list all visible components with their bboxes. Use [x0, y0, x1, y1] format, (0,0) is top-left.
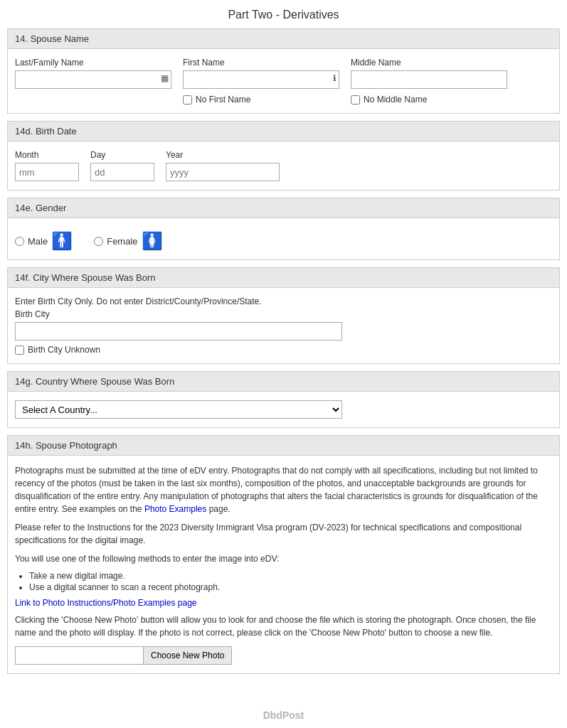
- no-middle-name-label: No Middle Name: [364, 95, 427, 105]
- no-middle-name-row: No Middle Name: [351, 95, 507, 105]
- gender-female-label: Female: [107, 236, 137, 247]
- birth-year-label: Year: [166, 150, 280, 160]
- page-title: Part Two - Derivatives: [0, 0, 567, 28]
- birth-month-label: Month: [15, 150, 79, 160]
- birth-city-unknown-row: Birth City Unknown: [15, 345, 552, 355]
- section-header-birth-country: 14g. Country Where Spouse Was Born: [8, 372, 559, 392]
- last-name-group: Last/Family Name ▦: [15, 58, 171, 105]
- birth-month-input[interactable]: [15, 163, 79, 181]
- birth-day-label: Day: [90, 150, 154, 160]
- gender-female-radio[interactable]: [94, 237, 103, 246]
- birth-city-unknown-label: Birth City Unknown: [28, 345, 100, 355]
- section-header-gender: 14e. Gender: [8, 198, 559, 218]
- no-first-name-checkbox[interactable]: [183, 95, 192, 105]
- photo-examples-link[interactable]: Photo Examples: [144, 504, 206, 514]
- middle-name-group: Middle Name No Middle Name: [351, 58, 507, 105]
- last-name-input[interactable]: [15, 70, 171, 89]
- last-name-label: Last/Family Name: [15, 58, 171, 68]
- section-spouse-name: 14. Spouse Name Last/Family Name ▦ First…: [7, 28, 560, 114]
- photo-para2: Please refer to the Instructions for the…: [15, 521, 552, 547]
- birth-city-label: Birth City: [15, 309, 552, 319]
- choose-new-photo-button[interactable]: Choose New Photo: [143, 646, 232, 665]
- gender-female-option: Female 🚺: [94, 231, 162, 251]
- gender-male-label: Male: [28, 236, 48, 247]
- birth-day-group: Day: [90, 150, 154, 181]
- gender-male-radio[interactable]: [15, 237, 24, 246]
- gender-options: Male 🚹 Female 🚺: [15, 231, 552, 251]
- photo-filename-input[interactable]: [15, 646, 143, 665]
- choose-photo-row: Choose New Photo: [15, 646, 552, 665]
- photo-method-1: Take a new digital image.: [29, 571, 552, 581]
- first-name-input[interactable]: [183, 70, 339, 89]
- no-first-name-row: No First Name: [183, 95, 339, 105]
- photo-instructions-link[interactable]: Link to Photo Instructions/Photo Example…: [15, 598, 552, 608]
- photo-method-2: Use a digital scanner to scan a recent p…: [29, 582, 552, 592]
- photo-para4: Clicking the 'Choose New Photo' button w…: [15, 614, 552, 639]
- section-header-photograph: 14h. Spouse Photograph: [8, 436, 559, 456]
- birth-city-unknown-checkbox[interactable]: [15, 346, 24, 355]
- female-icon: 🚺: [142, 231, 163, 251]
- section-birth-country: 14g. Country Where Spouse Was Born Selec…: [7, 371, 560, 428]
- first-name-group: First Name ℹ No First Name: [183, 58, 339, 105]
- birth-month-group: Month: [15, 150, 79, 181]
- no-middle-name-checkbox[interactable]: [351, 95, 360, 105]
- birth-city-input[interactable]: [15, 322, 342, 341]
- section-birth-date: 14d. Birth Date Month Day Year: [7, 121, 560, 191]
- photo-methods-list: Take a new digital image. Use a digital …: [29, 571, 552, 592]
- section-gender: 14e. Gender Male 🚹 Female 🚺: [7, 198, 560, 260]
- middle-name-label: Middle Name: [351, 58, 507, 68]
- no-first-name-label: No First Name: [196, 95, 250, 105]
- birth-country-select[interactable]: Select A Country...: [15, 400, 342, 419]
- first-name-label: First Name: [183, 58, 339, 68]
- section-header-spouse-name: 14. Spouse Name: [8, 29, 559, 49]
- male-icon: 🚹: [51, 231, 73, 251]
- calendar-icon: ▦: [161, 73, 169, 83]
- section-photograph: 14h. Spouse Photograph Photographs must …: [7, 435, 560, 674]
- birth-city-group: Birth City: [15, 309, 552, 341]
- photo-para3: You will use one of the following method…: [15, 552, 552, 565]
- photo-para1: Photographs must be submitted at the tim…: [15, 464, 552, 515]
- birth-year-input[interactable]: [166, 163, 280, 181]
- section-header-birth-date: 14d. Birth Date: [8, 122, 559, 141]
- birth-day-input[interactable]: [90, 163, 154, 181]
- section-header-birth-city: 14f. City Where Spouse Was Born: [8, 268, 559, 288]
- birth-city-instruction: Enter Birth City Only. Do not enter Dist…: [15, 296, 552, 306]
- birth-year-group: Year: [166, 150, 280, 181]
- info-icon: ℹ: [333, 73, 337, 83]
- section-birth-city: 14f. City Where Spouse Was Born Enter Bi…: [7, 267, 560, 364]
- gender-male-option: Male 🚹: [15, 231, 73, 251]
- middle-name-input[interactable]: [351, 70, 507, 89]
